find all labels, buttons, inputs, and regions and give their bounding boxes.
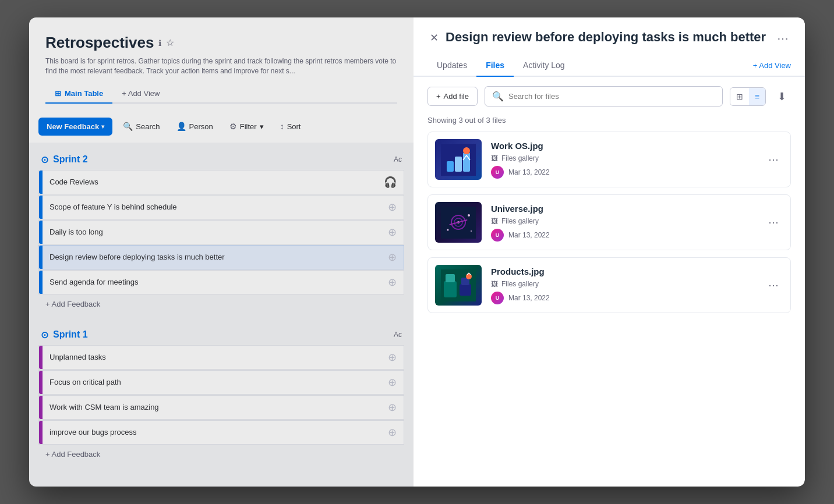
search-icon: 🔍 [123, 122, 133, 131]
left-header: Retrospectives ℹ ☆ This board is for spr… [29, 17, 414, 111]
task-action-icon[interactable]: 🎧 [377, 171, 404, 193]
filter-button[interactable]: ⚙ Filter ▾ [224, 118, 270, 135]
file-thumbnail [435, 139, 482, 180]
sort-button[interactable]: ↕ Sort [274, 118, 307, 135]
task-add-icon[interactable]: ⊕ [381, 196, 404, 218]
new-feedback-button[interactable]: New Feedback ▾ [38, 118, 112, 136]
star-icon[interactable]: ☆ [166, 37, 174, 48]
file-more-button[interactable]: ⋯ [764, 151, 783, 168]
file-item: Work OS.jpg 🖼 Files gallery U Mar 13, 20… [427, 132, 791, 187]
toolbar: New Feedback ▾ 🔍 Search 👤 Person ⚙ Filte… [29, 111, 414, 143]
person-button[interactable]: 👤 Person [171, 118, 219, 135]
task-text[interactable]: Work with CSM team is amazing [43, 397, 381, 417]
file-date: Mar 13, 2022 [508, 168, 550, 176]
task-add-icon[interactable]: ⊕ [381, 421, 404, 443]
list-view-button[interactable]: ≡ [749, 88, 765, 105]
info-icon[interactable]: ℹ [158, 38, 161, 48]
new-feedback-label: New Feedback [47, 122, 99, 131]
avatar: U [491, 166, 504, 179]
files-list: Work OS.jpg 🖼 Files gallery U Mar 13, 20… [414, 132, 805, 487]
task-text[interactable]: improve our bugs process [43, 422, 381, 442]
plus-icon: + [436, 92, 441, 101]
more-options-button[interactable]: ⋯ [775, 29, 791, 48]
task-row: improve our bugs process ⊕ [38, 420, 404, 445]
task-text[interactable]: Unplanned tasks [43, 347, 381, 367]
file-item: Products.jpg 🖼 Files gallery U Mar 13, 2… [427, 257, 791, 313]
task-text[interactable]: Design review before deploying tasks is … [43, 247, 381, 267]
sprint-2-header: ⊙ Sprint 2 Ac [38, 150, 404, 170]
file-info: Products.jpg 🖼 Files gallery U Mar 13, 2… [491, 267, 754, 304]
person-label: Person [189, 122, 213, 131]
search-files-input[interactable] [508, 92, 715, 101]
task-add-icon[interactable]: ⊕ [381, 246, 404, 268]
task-row: Send agenda for meetings ⊕ [38, 270, 404, 294]
sprint-2-title[interactable]: ⊙ Sprint 2 [41, 154, 88, 165]
add-view-tab[interactable]: + Add View [112, 84, 169, 102]
task-add-icon[interactable]: ⊕ [381, 221, 404, 243]
left-panel: Retrospectives ℹ ☆ This board is for spr… [29, 17, 414, 487]
svg-point-4 [463, 147, 470, 154]
grid-view-button[interactable]: ⊞ [730, 88, 749, 105]
task-row: Code Reviews 🎧 [38, 170, 404, 194]
modal-close-area: ✕ [427, 29, 441, 47]
files-toolbar: + Add file 🔍 ⊞ ≡ ⬇ [414, 77, 805, 116]
svg-rect-15 [446, 274, 455, 282]
gallery-icon: 🖼 [491, 280, 498, 288]
file-date: Mar 13, 2022 [508, 231, 550, 239]
file-thumbnail [435, 202, 482, 243]
svg-rect-1 [447, 161, 454, 172]
add-feedback-sprint2[interactable]: + Add Feedback [38, 295, 404, 313]
task-add-icon[interactable]: ⊕ [381, 346, 404, 368]
modal-header: ✕ Design review before deploying tasks i… [414, 17, 805, 48]
board-description: This board is for sprint retros. Gather … [45, 56, 397, 76]
task-text[interactable]: Code Reviews [43, 172, 377, 192]
add-file-button[interactable]: + Add file [427, 87, 478, 106]
chevron-down-icon: ▾ [101, 123, 104, 130]
file-more-button[interactable]: ⋯ [764, 276, 783, 294]
svg-rect-2 [455, 157, 462, 172]
file-name: Products.jpg [491, 267, 754, 276]
task-add-icon[interactable]: ⊕ [381, 271, 404, 293]
search-button[interactable]: 🔍 Search [117, 118, 165, 135]
views-bar: ⊞ Main Table + Add View [45, 84, 397, 104]
file-name: Work OS.jpg [491, 141, 754, 151]
filter-label: Filter [240, 122, 257, 131]
avatar: U [491, 292, 504, 304]
sort-label: Sort [287, 122, 301, 131]
file-more-button[interactable]: ⋯ [764, 214, 783, 231]
files-count: Showing 3 out of 3 files [414, 116, 805, 132]
download-button[interactable]: ⬇ [773, 88, 791, 105]
tab-files[interactable]: Files [476, 55, 514, 77]
file-meta: 🖼 Files gallery [491, 280, 754, 288]
add-feedback-sprint1[interactable]: + Add Feedback [38, 445, 404, 463]
file-name: Universe.jpg [491, 204, 754, 214]
file-info: Universe.jpg 🖼 Files gallery U Mar 13, 2… [491, 204, 754, 242]
search-icon: 🔍 [492, 91, 504, 102]
sprint-1-title[interactable]: ⊙ Sprint 1 [41, 329, 88, 340]
board-content: ⊙ Sprint 2 Ac Code Reviews 🎧 Scope of fe… [29, 143, 414, 487]
add-file-label: Add file [444, 92, 469, 101]
filter-chevron-icon: ▾ [260, 122, 264, 131]
close-button[interactable]: ✕ [427, 29, 441, 47]
svg-point-12 [471, 230, 472, 232]
board-title-bar: Retrospectives ℹ ☆ [45, 34, 397, 52]
task-add-icon[interactable]: ⊕ [381, 396, 404, 418]
add-view-button[interactable]: + Add View [753, 55, 791, 76]
tab-updates[interactable]: Updates [427, 55, 476, 77]
task-text[interactable]: Scope of feature Y is behind schedule [43, 197, 381, 217]
sprint-1-chevron-icon: ⊙ [41, 329, 48, 340]
sprint-1-label: Sprint 1 [53, 329, 88, 340]
file-info: Work OS.jpg 🖼 Files gallery U Mar 13, 20… [491, 141, 754, 179]
task-text[interactable]: Focus on critical path [43, 372, 381, 392]
task-row: Daily is too long ⊕ [38, 220, 404, 244]
main-table-tab[interactable]: ⊞ Main Table [45, 84, 112, 104]
file-user: U Mar 13, 2022 [491, 229, 754, 242]
board-title: Retrospectives [45, 34, 154, 52]
sprint-2-section: ⊙ Sprint 2 Ac Code Reviews 🎧 Scope of fe… [38, 150, 404, 313]
task-text[interactable]: Daily is too long [43, 222, 381, 242]
task-text[interactable]: Send agenda for meetings [43, 272, 381, 292]
sort-icon: ↕ [280, 122, 284, 131]
task-add-icon[interactable]: ⊕ [381, 371, 404, 393]
sprint-1-header: ⊙ Sprint 1 Ac [38, 325, 404, 345]
tab-activity-log[interactable]: Activity Log [514, 55, 574, 77]
